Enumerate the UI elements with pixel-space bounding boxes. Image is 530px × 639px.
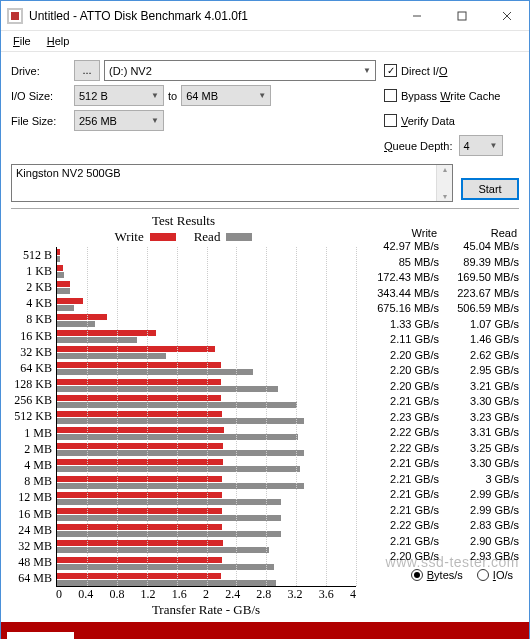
data-row: 1.33 GB/s1.07 GB/s [360,317,519,333]
read-value: 3.31 GB/s [447,425,519,441]
data-row: 2.11 GB/s1.46 GB/s [360,332,519,348]
chevron-down-icon: ▼ [151,116,159,125]
radio-iops[interactable]: IO/s [477,569,513,581]
direct-io-label: Direct I/O [401,65,447,77]
read-value: 2.83 GB/s [447,518,519,534]
write-value: 2.11 GB/s [367,332,439,348]
titlebar: Untitled - ATTO Disk Benchmark 4.01.0f1 [1,1,529,31]
chart-y-labels: 512 B1 KB2 KB4 KB8 KB16 KB32 KB64 KB128 … [11,247,56,587]
verify-data-checkbox[interactable]: Verify Data [384,114,519,127]
drive-select-value: (D:) NV2 [109,65,363,77]
iosize-from-select[interactable]: 512 B ▼ [74,85,164,106]
browse-drive-button[interactable]: ... [74,60,100,81]
scrollbar[interactable]: ▴▾ [436,165,452,201]
read-bar [57,353,166,359]
y-tick-label: 2 MB [11,442,52,457]
data-column: Write Read 42.97 MB/s45.04 MB/s85 MB/s89… [356,211,519,618]
iosize-to-select[interactable]: 64 MB ▼ [181,85,271,106]
footer-banner: ATTO Storage and Network Connectivity Ex… [1,622,529,639]
menu-help[interactable]: Help [39,33,78,49]
write-bar [57,508,222,514]
x-tick-label: 4 [350,587,356,602]
data-row: 2.21 GB/s2.99 GB/s [360,487,519,503]
close-button[interactable] [484,1,529,31]
bypass-cache-checkbox[interactable]: Bypass Write Cache [384,89,519,102]
data-row: 2.22 GB/s3.25 GB/s [360,441,519,457]
write-value: 2.21 GB/s [367,456,439,472]
data-row: 42.97 MB/s45.04 MB/s [360,239,519,255]
read-value: 3.30 GB/s [447,394,519,410]
data-row: 2.21 GB/s2.99 GB/s [360,503,519,519]
read-value: 2.62 GB/s [447,348,519,364]
write-value: 2.21 GB/s [367,394,439,410]
window-title: Untitled - ATTO Disk Benchmark 4.01.0f1 [29,9,394,23]
write-bar [57,492,222,498]
read-bar [57,321,95,327]
read-bar [57,288,70,294]
header-write: Write [365,227,437,239]
data-row: 85 MB/s89.39 MB/s [360,255,519,271]
read-value: 1.07 GB/s [447,317,519,333]
checkbox-unchecked-icon [384,89,397,102]
queuedepth-select[interactable]: 4 ▼ [459,135,503,156]
write-bar [57,379,221,385]
menubar: File Help [1,31,529,52]
label-to: to [168,90,177,102]
read-value: 169.50 MB/s [447,270,519,286]
write-value: 2.21 GB/s [367,472,439,488]
legend-read: Read [194,229,253,245]
read-bar [57,434,298,440]
scroll-up-icon[interactable]: ▴ [437,165,452,174]
app-icon [7,8,23,24]
data-row: 2.22 GB/s2.83 GB/s [360,518,519,534]
chart-plot-area [56,247,356,587]
data-row: 2.21 GB/s3.30 GB/s [360,394,519,410]
menu-file[interactable]: File [5,33,39,49]
write-bar [57,557,222,563]
read-value: 3.23 GB/s [447,410,519,426]
filesize-select[interactable]: 256 MB ▼ [74,110,164,131]
write-bar [57,249,60,255]
minimize-button[interactable] [394,1,439,31]
read-value: 3.30 GB/s [447,456,519,472]
write-bar [57,330,156,336]
read-bar [57,386,278,392]
read-bar [57,450,304,456]
read-value: 45.04 MB/s [447,239,519,255]
chevron-down-icon: ▼ [490,141,498,150]
units-radio-group: Bytes/s IO/s [360,565,519,585]
write-value: 2.23 GB/s [367,410,439,426]
read-bar [57,531,281,537]
atto-logo: ATTO [7,632,74,640]
y-tick-label: 48 MB [11,555,52,570]
scroll-down-icon[interactable]: ▾ [437,192,452,201]
x-tick-label: 0.8 [109,587,124,602]
chart-x-ticks: 00.40.81.21.622.42.83.23.64 [56,587,356,602]
start-button[interactable]: Start [461,178,519,200]
chevron-down-icon: ▼ [363,66,371,75]
data-row: 2.20 GB/s2.95 GB/s [360,363,519,379]
direct-io-checkbox[interactable]: ✓ Direct I/O [384,64,519,77]
divider [11,208,519,209]
description-value: Kingston NV2 500GB [16,167,121,179]
label-drive: Drive: [11,65,66,77]
read-swatch-icon [226,233,252,241]
radio-bytes[interactable]: Bytes/s [411,569,463,581]
description-textarea[interactable]: Kingston NV2 500GB ▴▾ [11,164,453,202]
write-bar [57,411,222,417]
write-bar [57,459,223,465]
chart-column: Test Results Write Read 512 B1 KB2 KB4 K… [11,211,356,618]
app-window: Untitled - ATTO Disk Benchmark 4.01.0f1 … [0,0,530,639]
y-tick-label: 128 KB [11,377,52,392]
y-tick-label: 64 KB [11,361,52,376]
maximize-button[interactable] [439,1,484,31]
write-bar [57,443,223,449]
read-value: 3.25 GB/s [447,441,519,457]
read-value: 1.46 GB/s [447,332,519,348]
y-tick-label: 16 KB [11,329,52,344]
read-value: 2.99 GB/s [447,503,519,519]
drive-select[interactable]: (D:) NV2 ▼ [104,60,376,81]
write-value: 2.20 GB/s [367,379,439,395]
y-tick-label: 4 MB [11,458,52,473]
checkbox-unchecked-icon [384,114,397,127]
